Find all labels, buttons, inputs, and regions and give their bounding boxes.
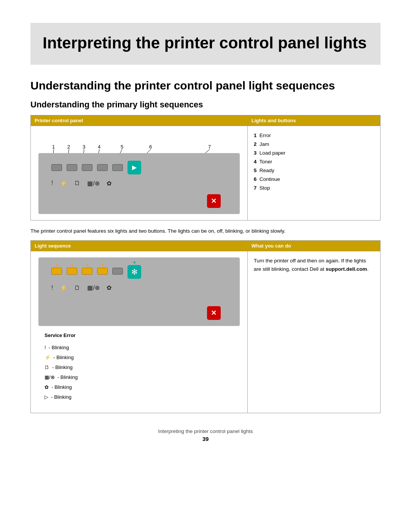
svg-text:4: 4 xyxy=(98,144,100,150)
svg-text:7: 7 xyxy=(208,144,211,150)
list-item: 4 Toner xyxy=(254,158,374,166)
blink-stop-button xyxy=(207,306,221,320)
seq-info-cell: Turn the printer off and then on again. … xyxy=(247,251,380,413)
blink-ready-symbol: ✿ xyxy=(107,284,112,291)
blink-light-4 xyxy=(97,268,108,275)
description-text: The printer control panel features six l… xyxy=(30,227,381,235)
svg-text:3: 3 xyxy=(83,144,85,150)
seq-info-end: . xyxy=(367,266,369,272)
page-main-title: Interpreting the printer control panel l… xyxy=(43,34,368,53)
stop-button-icon xyxy=(207,194,221,208)
list-item: 1 Error xyxy=(254,131,374,140)
table2-col2-header: What you can do xyxy=(247,241,380,251)
subsection-title: Understanding the primary light sequence… xyxy=(30,100,381,110)
table1-col1-header: Printer control panel xyxy=(31,115,248,126)
panel-diagram-cell: 1 2 3 4 5 6 7 xyxy=(31,126,248,220)
blink-item-4: ▦/⊗ - Blinking xyxy=(45,372,234,382)
symbols-row: ! ⚡ 🗋 ▦/⊗ ✿ xyxy=(48,180,231,187)
table1-col2-header: Lights and buttons xyxy=(247,115,380,126)
jam-symbol: ⚡ xyxy=(60,180,67,187)
blink-toner-symbol: ▦/⊗ xyxy=(87,284,99,291)
error-symbol: ! xyxy=(51,180,53,187)
blink-item-2: ⚡ - Blinking xyxy=(45,353,234,363)
lights-info-cell: 1 Error 2 Jam 3 Load paper 4 Toner 5 Rea… xyxy=(247,126,380,220)
svg-text:1: 1 xyxy=(52,144,55,150)
svg-text:2: 2 xyxy=(67,144,70,150)
page-title-block: Interpreting the printer control panel l… xyxy=(30,23,381,65)
blink-jam-symbol: ⚡ xyxy=(60,284,67,291)
ready-symbol: ✿ xyxy=(107,180,112,187)
diagram-container: 1 2 3 4 5 6 7 xyxy=(38,153,240,214)
page-footer: Interpreting the printer control panel l… xyxy=(30,428,381,442)
service-error-diagram: ✦ ✦ ✦ ✦ xyxy=(38,257,240,326)
list-item: 5 Ready xyxy=(254,166,374,175)
blink-symbols-row: ! ⚡ 🗋 ▦/⊗ ✿ xyxy=(48,284,231,291)
blink-paper-symbol: 🗋 xyxy=(74,284,80,291)
list-item: 2 Jam xyxy=(254,140,374,149)
light-loadpaper xyxy=(82,164,92,171)
blink-item-3: 🗋 - Blinking xyxy=(45,363,234,372)
list-item: 7 Stop xyxy=(254,184,374,193)
table2-col1-header: Light sequence xyxy=(31,241,248,251)
section-title: Understanding the printer control panel … xyxy=(30,78,381,93)
blink-light-3 xyxy=(82,268,92,275)
toner-symbol: ▦/⊗ xyxy=(87,180,99,187)
blink-light-2 xyxy=(67,268,77,275)
blink-item-1: ! - Blinking xyxy=(45,343,234,353)
lights-icon-row xyxy=(48,161,231,174)
list-item: 6 Continue xyxy=(254,175,374,184)
light-sequence-table: Light sequence What you can do ✦ ✦ xyxy=(30,240,381,413)
svg-text:5: 5 xyxy=(121,144,123,150)
blink-error-symbol: ! xyxy=(51,284,53,291)
blink-item-6: ▷ - Blinking xyxy=(45,392,234,402)
light-ready xyxy=(112,164,123,171)
continue-blink-button: ✻ xyxy=(127,265,141,279)
blink-light-1 xyxy=(51,268,62,275)
continue-button-icon xyxy=(127,161,141,174)
blink-light-5 xyxy=(112,268,123,275)
svg-text:6: 6 xyxy=(149,144,152,150)
light-jam xyxy=(67,164,77,171)
blink-lights-row: ✦ ✦ ✦ ✦ xyxy=(48,265,231,279)
seq-info-link: support.dell.com xyxy=(326,266,367,272)
paper-symbol: 🗋 xyxy=(74,180,80,187)
panel-diagram-box: ! ⚡ 🗋 ▦/⊗ ✿ xyxy=(38,153,240,214)
blink-item-5: ✿ - Blinking xyxy=(45,382,234,392)
error-details: Service Error ! - Blinking ⚡ - Blinking … xyxy=(38,326,240,407)
footer-title: Interpreting the printer control panel l… xyxy=(30,428,381,434)
list-item: 3 Load paper xyxy=(254,149,374,158)
light-error xyxy=(51,164,62,171)
primary-sequences-table: Printer control panel Lights and buttons xyxy=(30,115,381,220)
service-error-label: Service Error xyxy=(45,331,234,340)
seq-diagram-cell: ✦ ✦ ✦ ✦ xyxy=(31,251,248,413)
page-number: 39 xyxy=(30,436,381,442)
lights-list: 1 Error 2 Jam 3 Load paper 4 Toner 5 Rea… xyxy=(254,131,374,193)
light-toner xyxy=(97,164,108,171)
